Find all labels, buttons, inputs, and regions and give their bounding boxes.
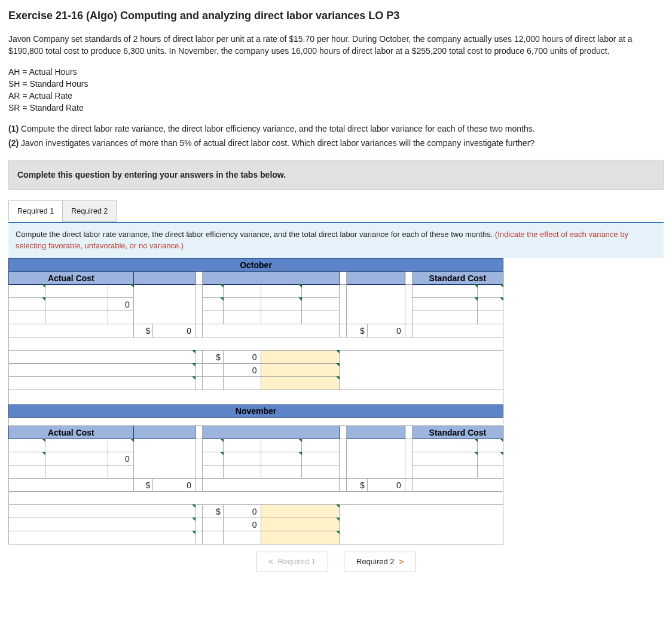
def-sh: SH = Standard Hours <box>8 78 664 90</box>
oct-ac-r1c3[interactable] <box>108 285 134 298</box>
nov-var-row3-fu[interactable] <box>261 531 340 544</box>
oct-sc-r3c2[interactable] <box>478 311 503 324</box>
nov-m-r1c3[interactable] <box>261 439 302 452</box>
nov-sc-r2c2[interactable] <box>478 452 503 465</box>
nov-m-r3c1[interactable] <box>203 465 223 479</box>
nov-var-row2-val[interactable]: 0 <box>223 518 261 531</box>
nov-m-r3c2[interactable] <box>223 465 261 479</box>
oct-m-r1c1[interactable] <box>203 285 223 298</box>
question-2: (2) Javon investigates variances of more… <box>8 137 664 149</box>
oct-var-row3-dollar[interactable] <box>203 377 223 390</box>
nov-m-r1c1[interactable] <box>203 439 223 452</box>
nov-ac-r1c3[interactable] <box>108 439 134 452</box>
oct-var-row2-val[interactable]: 0 <box>223 364 261 377</box>
nov-total-left-val[interactable]: 0 <box>153 479 196 492</box>
tab-required-1[interactable]: Required 1 <box>8 200 63 222</box>
oct-m-r2c1[interactable] <box>203 298 223 311</box>
nov-sc-r3c1[interactable] <box>412 465 477 479</box>
nov-m-r1c2[interactable] <box>223 439 261 452</box>
actual-cost-header-nov: Actual Cost <box>9 426 134 439</box>
nov-ac-r3c2[interactable] <box>45 465 108 479</box>
actual-cost-header: Actual Cost <box>9 272 134 285</box>
next-button[interactable]: Required 2 > <box>344 552 416 571</box>
nov-var-row1-val[interactable]: 0 <box>223 505 261 518</box>
nov-m-r3c3[interactable] <box>261 465 302 479</box>
oct-sc-r2c2[interactable] <box>478 298 503 311</box>
problem-intro: Javon Company set standards of 2 hours o… <box>8 33 664 57</box>
oct-var-row2-fu[interactable] <box>261 364 340 377</box>
nov-m-r2c2[interactable] <box>223 452 261 465</box>
definitions-list: AH = Actual Hours SH = Standard Hours AR… <box>8 66 664 114</box>
oct-total-right-val[interactable]: 0 <box>367 324 405 337</box>
standard-cost-header: Standard Cost <box>412 272 503 285</box>
oct-m-r2c2[interactable] <box>223 298 261 311</box>
nov-ac-r2c3[interactable]: 0 <box>108 452 134 465</box>
nov-m-r2c3[interactable] <box>261 452 302 465</box>
oct-total-left-val[interactable]: 0 <box>153 324 196 337</box>
nov-var-row2-fu[interactable] <box>261 518 340 531</box>
oct-var-row1-label[interactable] <box>9 351 196 364</box>
nov-ac-r2c1[interactable] <box>9 452 45 465</box>
instruction-banner: Complete this question by entering your … <box>8 160 664 190</box>
oct-var-row1-val[interactable]: 0 <box>223 351 261 364</box>
exercise-title: Exercise 21-16 (Algo) Computing and anal… <box>8 10 664 22</box>
nov-var-row3-val[interactable] <box>223 531 261 544</box>
nov-ac-r1c1[interactable] <box>9 439 45 452</box>
oct-ac-r2c1[interactable] <box>9 298 45 311</box>
nov-m-r2c1[interactable] <box>203 452 223 465</box>
nov-sc-r2c1[interactable] <box>412 452 477 465</box>
nov-var-row3-label[interactable] <box>9 531 196 544</box>
nov-m-r1c4[interactable] <box>302 439 340 452</box>
nov-sc-r1c2[interactable] <box>478 439 503 452</box>
standard-cost-header-nov: Standard Cost <box>412 426 503 439</box>
oct-sc-r3c1[interactable] <box>412 311 477 324</box>
oct-ac-r2c2[interactable] <box>45 298 108 311</box>
nov-var-row1-fu[interactable] <box>261 505 340 518</box>
oct-var-row2-dollar[interactable] <box>203 364 223 377</box>
oct-var-row1-fu[interactable] <box>261 351 340 364</box>
nov-total-right-dollar: $ <box>347 479 367 492</box>
oct-sc-r1c2[interactable] <box>478 285 503 298</box>
oct-m-r3c2[interactable] <box>223 311 261 324</box>
oct-ac-r3c2[interactable] <box>45 311 108 324</box>
oct-m-r3c1[interactable] <box>203 311 223 324</box>
oct-var-row2-label[interactable] <box>9 364 196 377</box>
nov-sc-r3c2[interactable] <box>478 465 503 479</box>
oct-var-row3-fu[interactable] <box>261 377 340 390</box>
nov-var-row2-label[interactable] <box>9 518 196 531</box>
def-ah: AH = Actual Hours <box>8 66 664 78</box>
nov-total-right-val[interactable]: 0 <box>367 479 405 492</box>
oct-ac-r1c1[interactable] <box>9 285 45 298</box>
nov-var-row1-dollar: $ <box>203 505 223 518</box>
month-header-october: October <box>9 258 503 272</box>
nov-sc-r1c1[interactable] <box>412 439 477 452</box>
oct-ac-r2c3[interactable]: 0 <box>108 298 134 311</box>
nov-var-row1-label[interactable] <box>9 505 196 518</box>
nov-var-row2-dollar[interactable] <box>203 518 223 531</box>
nov-m-r2c4[interactable] <box>302 452 340 465</box>
oct-m-r1c2[interactable] <box>223 285 261 298</box>
oct-m-r2c4[interactable] <box>302 298 340 311</box>
tab-instruction: Compute the direct labor rate variance, … <box>8 222 664 258</box>
oct-ac-r1c2[interactable] <box>45 285 108 298</box>
tab-required-2[interactable]: Required 2 <box>62 200 117 222</box>
october-table: October Actual Cost Standard Cost 0 <box>8 258 503 544</box>
nov-var-row3-dollar[interactable] <box>203 531 223 544</box>
oct-var-row1-dollar: $ <box>203 351 223 364</box>
oct-total-right-dollar: $ <box>347 324 367 337</box>
def-sr: SR = Standard Rate <box>8 102 664 114</box>
oct-m-r1c3[interactable] <box>261 285 302 298</box>
nov-m-r3c4[interactable] <box>302 465 340 479</box>
nov-ac-r2c2[interactable] <box>45 452 108 465</box>
oct-m-r3c4[interactable] <box>302 311 340 324</box>
oct-sc-r2c1[interactable] <box>412 298 477 311</box>
nov-ac-r1c2[interactable] <box>45 439 108 452</box>
oct-var-row3-val[interactable] <box>223 377 261 390</box>
oct-m-r1c4[interactable] <box>302 285 340 298</box>
prev-button[interactable]: < Required 1 <box>256 552 328 571</box>
chevron-right-icon: > <box>399 557 404 566</box>
oct-sc-r1c1[interactable] <box>412 285 477 298</box>
oct-var-row3-label[interactable] <box>9 377 196 390</box>
oct-m-r2c3[interactable] <box>261 298 302 311</box>
oct-m-r3c3[interactable] <box>261 311 302 324</box>
